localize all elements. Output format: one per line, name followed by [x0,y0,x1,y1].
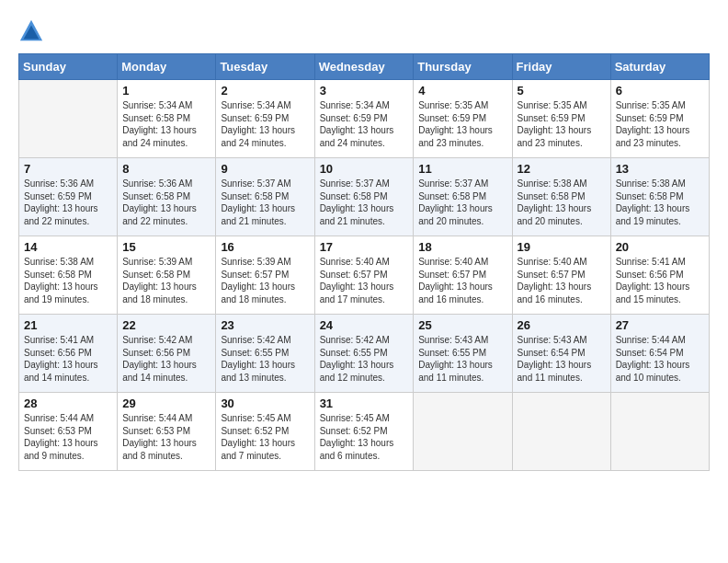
day-number: 1 [122,84,210,98]
logo [18,18,46,44]
day-info: Sunrise: 5:34 AM Sunset: 6:59 PM Dayligh… [320,99,409,149]
day-info: Sunrise: 5:37 AM Sunset: 6:58 PM Dayligh… [221,178,309,227]
calendar-cell: 5Sunrise: 5:35 AM Sunset: 6:59 PM Daylig… [512,80,610,158]
day-number: 2 [221,84,309,98]
calendar-cell: 3Sunrise: 5:34 AM Sunset: 6:59 PM Daylig… [314,80,414,158]
day-info: Sunrise: 5:38 AM Sunset: 6:58 PM Dayligh… [24,256,112,305]
calendar-cell: 28Sunrise: 5:44 AM Sunset: 6:53 PM Dayli… [19,393,118,471]
calendar-week-row: 28Sunrise: 5:44 AM Sunset: 6:53 PM Dayli… [19,393,710,471]
day-info: Sunrise: 5:42 AM Sunset: 6:55 PM Dayligh… [221,334,309,384]
day-number: 30 [221,396,309,410]
day-number: 28 [24,396,112,410]
day-info: Sunrise: 5:45 AM Sunset: 6:52 PM Dayligh… [221,412,309,462]
day-info: Sunrise: 5:38 AM Sunset: 6:58 PM Dayligh… [616,178,704,227]
day-number: 26 [518,318,606,332]
calendar-cell [512,393,610,471]
logo-icon [18,18,44,44]
day-number: 10 [320,162,409,176]
day-number: 20 [616,240,704,254]
day-number: 29 [122,396,210,410]
day-number: 4 [418,84,506,98]
calendar-cell: 18Sunrise: 5:40 AM Sunset: 6:57 PM Dayli… [414,236,512,315]
day-info: Sunrise: 5:34 AM Sunset: 6:58 PM Dayligh… [122,99,210,149]
calendar-cell: 25Sunrise: 5:43 AM Sunset: 6:55 PM Dayli… [414,315,512,393]
day-info: Sunrise: 5:40 AM Sunset: 6:57 PM Dayligh… [518,256,606,305]
calendar-cell: 23Sunrise: 5:42 AM Sunset: 6:55 PM Dayli… [216,315,314,393]
calendar-cell: 24Sunrise: 5:42 AM Sunset: 6:55 PM Dayli… [314,315,414,393]
calendar-cell: 2Sunrise: 5:34 AM Sunset: 6:59 PM Daylig… [216,80,314,158]
calendar-cell: 16Sunrise: 5:39 AM Sunset: 6:57 PM Dayli… [216,236,314,315]
day-number: 19 [518,240,606,254]
day-number: 11 [418,162,506,176]
calendar-cell: 6Sunrise: 5:35 AM Sunset: 6:59 PM Daylig… [610,80,709,158]
calendar-cell: 21Sunrise: 5:41 AM Sunset: 6:56 PM Dayli… [19,315,118,393]
calendar-day-header: Saturday [610,54,709,80]
day-info: Sunrise: 5:42 AM Sunset: 6:56 PM Dayligh… [122,334,210,384]
day-number: 17 [320,240,409,254]
day-info: Sunrise: 5:36 AM Sunset: 6:58 PM Dayligh… [122,178,210,227]
day-number: 12 [518,162,606,176]
calendar-week-row: 1Sunrise: 5:34 AM Sunset: 6:58 PM Daylig… [19,80,710,158]
day-number: 3 [320,84,409,98]
calendar-cell [19,80,118,158]
day-number: 25 [418,318,506,332]
calendar-cell: 4Sunrise: 5:35 AM Sunset: 6:59 PM Daylig… [414,80,512,158]
day-number: 18 [418,240,506,254]
calendar-cell: 26Sunrise: 5:43 AM Sunset: 6:54 PM Dayli… [512,315,610,393]
day-info: Sunrise: 5:44 AM Sunset: 6:54 PM Dayligh… [616,334,704,384]
day-number: 7 [24,162,112,176]
calendar-cell: 15Sunrise: 5:39 AM Sunset: 6:58 PM Dayli… [118,236,216,315]
day-number: 13 [616,162,704,176]
day-number: 22 [122,318,210,332]
day-number: 21 [24,318,112,332]
calendar-day-header: Wednesday [314,54,414,80]
day-info: Sunrise: 5:40 AM Sunset: 6:57 PM Dayligh… [418,256,506,305]
calendar-week-row: 14Sunrise: 5:38 AM Sunset: 6:58 PM Dayli… [19,236,710,315]
day-info: Sunrise: 5:43 AM Sunset: 6:54 PM Dayligh… [518,334,606,384]
calendar-cell: 14Sunrise: 5:38 AM Sunset: 6:58 PM Dayli… [19,236,118,315]
day-number: 27 [616,318,704,332]
day-number: 6 [616,84,704,98]
calendar-cell: 20Sunrise: 5:41 AM Sunset: 6:56 PM Dayli… [610,236,709,315]
day-info: Sunrise: 5:37 AM Sunset: 6:58 PM Dayligh… [418,178,506,227]
calendar-cell: 19Sunrise: 5:40 AM Sunset: 6:57 PM Dayli… [512,236,610,315]
day-info: Sunrise: 5:44 AM Sunset: 6:53 PM Dayligh… [24,412,112,462]
day-number: 9 [221,162,309,176]
day-info: Sunrise: 5:41 AM Sunset: 6:56 PM Dayligh… [616,256,704,305]
day-info: Sunrise: 5:35 AM Sunset: 6:59 PM Dayligh… [418,99,506,149]
calendar-day-header: Friday [512,54,610,80]
day-info: Sunrise: 5:39 AM Sunset: 6:58 PM Dayligh… [122,256,210,305]
calendar-cell: 7Sunrise: 5:36 AM Sunset: 6:59 PM Daylig… [19,158,118,236]
page-header [18,18,710,44]
day-info: Sunrise: 5:34 AM Sunset: 6:59 PM Dayligh… [221,99,309,149]
calendar-week-row: 7Sunrise: 5:36 AM Sunset: 6:59 PM Daylig… [19,158,710,236]
day-number: 8 [122,162,210,176]
calendar-day-header: Tuesday [216,54,314,80]
calendar-cell: 29Sunrise: 5:44 AM Sunset: 6:53 PM Dayli… [118,393,216,471]
day-info: Sunrise: 5:42 AM Sunset: 6:55 PM Dayligh… [320,334,409,384]
calendar-cell: 11Sunrise: 5:37 AM Sunset: 6:58 PM Dayli… [414,158,512,236]
day-number: 14 [24,240,112,254]
calendar-cell: 31Sunrise: 5:45 AM Sunset: 6:52 PM Dayli… [314,393,414,471]
calendar-week-row: 21Sunrise: 5:41 AM Sunset: 6:56 PM Dayli… [19,315,710,393]
day-number: 16 [221,240,309,254]
day-info: Sunrise: 5:45 AM Sunset: 6:52 PM Dayligh… [320,412,409,462]
calendar-day-header: Monday [118,54,216,80]
day-info: Sunrise: 5:38 AM Sunset: 6:58 PM Dayligh… [518,178,606,227]
calendar-header-row: SundayMondayTuesdayWednesdayThursdayFrid… [19,54,710,80]
day-number: 15 [122,240,210,254]
day-info: Sunrise: 5:41 AM Sunset: 6:56 PM Dayligh… [24,334,112,384]
calendar-cell: 1Sunrise: 5:34 AM Sunset: 6:58 PM Daylig… [118,80,216,158]
calendar-cell: 10Sunrise: 5:37 AM Sunset: 6:58 PM Dayli… [314,158,414,236]
calendar-cell: 13Sunrise: 5:38 AM Sunset: 6:58 PM Dayli… [610,158,709,236]
day-info: Sunrise: 5:43 AM Sunset: 6:55 PM Dayligh… [418,334,506,384]
calendar-cell: 30Sunrise: 5:45 AM Sunset: 6:52 PM Dayli… [216,393,314,471]
calendar-day-header: Thursday [414,54,512,80]
calendar-day-header: Sunday [19,54,118,80]
day-number: 31 [320,396,409,410]
day-number: 24 [320,318,409,332]
day-info: Sunrise: 5:40 AM Sunset: 6:57 PM Dayligh… [320,256,409,305]
calendar-cell: 17Sunrise: 5:40 AM Sunset: 6:57 PM Dayli… [314,236,414,315]
calendar-cell: 27Sunrise: 5:44 AM Sunset: 6:54 PM Dayli… [610,315,709,393]
calendar-cell: 22Sunrise: 5:42 AM Sunset: 6:56 PM Dayli… [118,315,216,393]
